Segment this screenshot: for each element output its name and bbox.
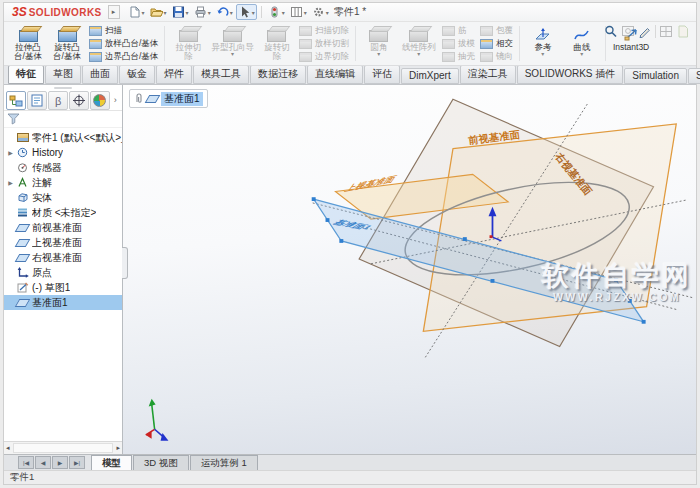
tree-item-annotations[interactable]: 注解 — [4, 175, 122, 190]
shell-button[interactable]: 抽壳 — [442, 51, 475, 62]
rib-button[interactable]: 筋 — [442, 25, 475, 36]
tab-simulation[interactable]: Simulation — [624, 68, 687, 84]
panel-horizontal-scrollbar[interactable] — [4, 441, 122, 454]
search-magnifier-icon[interactable] — [604, 25, 618, 38]
fillet-button[interactable]: 圆角 — [360, 23, 398, 64]
extrude-boss-button[interactable]: 拉伸凸 台/基体 — [9, 23, 47, 64]
tab-weldments[interactable]: 焊件 — [156, 65, 192, 84]
expander-icon[interactable] — [6, 149, 15, 156]
tab-sheet-metal[interactable]: 钣金 — [119, 65, 155, 84]
revolve-boss-button[interactable]: 旋转凸 台/基体 — [48, 23, 86, 64]
tree-item-sketch1[interactable]: (-) 草图1 — [4, 280, 122, 295]
intersect-button[interactable]: 相交 — [480, 38, 513, 49]
tab-model[interactable]: 模型 — [91, 455, 132, 470]
loft-cut-button[interactable]: 放样切割 — [299, 38, 349, 49]
loft-button[interactable]: 放样凸台/基体 — [89, 38, 158, 49]
preview-icon[interactable] — [621, 25, 635, 38]
tab-data-migration[interactable]: 数据迁移 — [250, 65, 306, 84]
first-tab-icon[interactable]: |◀ — [18, 456, 34, 469]
toolbar-expand-icon[interactable] — [108, 5, 120, 19]
tab-solidworks-mbd[interactable]: SOLIDWORKS MBD — [688, 68, 700, 84]
hole-wizard-button[interactable]: 异型孔向导 — [208, 23, 257, 64]
origin-icon — [15, 267, 30, 279]
features-ribbon: 拉伸凸 台/基体 旋转凸 台/基体 扫描 放样凸台/基体 边界凸台/基体 拉伸切… — [4, 22, 696, 66]
rib-icon — [442, 26, 455, 36]
loft-icon — [89, 39, 102, 49]
ribbon-right-tools — [604, 25, 690, 38]
filter-funnel-icon[interactable] — [7, 113, 21, 125]
boundary-cut-button[interactable]: 边界切除 — [299, 51, 349, 62]
wrap-stack: 包覆 相交 镜向 — [478, 23, 515, 64]
markup-pencil-icon[interactable] — [638, 25, 652, 38]
tab-configuration-manager[interactable]: β — [48, 91, 68, 110]
panel-tabs-overflow-icon[interactable] — [111, 95, 120, 105]
scroll-left-icon[interactable] — [4, 444, 12, 452]
scroll-right-icon[interactable] — [114, 444, 122, 452]
selection-breadcrumb[interactable]: 基准面1 — [129, 89, 208, 108]
tab-render-tools[interactable]: 渲染工具 — [460, 65, 516, 84]
next-tab-icon[interactable]: ▶ — [52, 456, 68, 469]
tab-features[interactable]: 特征 — [8, 65, 44, 84]
dimxpert-manager-icon — [72, 94, 86, 107]
select-button[interactable] — [236, 4, 257, 20]
wrap-button[interactable]: 包覆 — [480, 25, 513, 36]
document-icon[interactable] — [676, 25, 690, 38]
tree-root-part[interactable]: 零件1 (默认<<默认>_显示状态 — [4, 130, 122, 145]
tree-item-sensors[interactable]: 传感器 — [4, 160, 122, 175]
tree-item-material[interactable]: 材质 <未指定> — [4, 205, 122, 220]
tab-mold-tools[interactable]: 模具工具 — [193, 65, 249, 84]
boundary-icon — [89, 52, 102, 62]
undo-button[interactable] — [214, 4, 235, 20]
curves-button[interactable]: 曲线 — [563, 23, 601, 64]
tree-item-plane1[interactable]: 基准面1 — [4, 295, 122, 310]
linear-pattern-button[interactable]: 线性阵列 — [399, 23, 439, 64]
tree-item-origin[interactable]: 原点 — [4, 265, 122, 280]
view-columns-icon — [290, 6, 303, 18]
command-manager-tabs: 特征 草图 曲面 钣金 焊件 模具工具 数据迁移 直线编辑 评估 DimXper… — [4, 66, 696, 85]
tab-3d-views[interactable]: 3D 视图 — [133, 455, 189, 470]
grid-icon[interactable] — [659, 25, 673, 38]
tab-display-manager[interactable] — [90, 91, 110, 110]
mirror-button[interactable]: 镜向 — [480, 51, 513, 62]
extrude-cut-button[interactable]: 拉伸切 除 — [169, 23, 207, 64]
print-button[interactable] — [192, 4, 213, 20]
tab-feature-manager[interactable] — [6, 91, 26, 110]
tab-solidworks-addins[interactable]: SOLIDWORKS 插件 — [517, 65, 624, 84]
tab-surfaces[interactable]: 曲面 — [82, 65, 118, 84]
panel-splitter-handle[interactable] — [122, 247, 128, 279]
tree-item-front-plane[interactable]: 前视基准面 — [4, 220, 122, 235]
open-document-button[interactable] — [148, 4, 169, 20]
tree-item-top-plane[interactable]: 上视基准面 — [4, 235, 122, 250]
plane-icon — [15, 222, 30, 234]
sweep-cut-button[interactable]: 扫描切除 — [299, 25, 349, 36]
revolve-cut-button[interactable]: 旋转切 除 — [258, 23, 296, 64]
graphics-viewport[interactable]: 基准面1 软件自学网 WWW.RJZXW.COM — [123, 85, 696, 454]
save-button[interactable] — [170, 4, 191, 20]
boundary-button[interactable]: 边界凸台/基体 — [89, 51, 158, 62]
draft-button[interactable]: 拔模 — [442, 38, 475, 49]
display-settings-button[interactable] — [266, 4, 287, 20]
loft-cut-icon — [299, 39, 312, 49]
view-columns-button[interactable] — [288, 4, 309, 20]
previous-tab-icon[interactable]: ◀ — [35, 456, 51, 469]
tree-item-right-plane[interactable]: 右视基准面 — [4, 250, 122, 265]
tab-evaluate[interactable]: 评估 — [364, 65, 400, 84]
tab-sketch[interactable]: 草图 — [45, 65, 81, 84]
options-button[interactable] — [310, 4, 331, 20]
scrollbar-track[interactable] — [13, 443, 114, 453]
new-document-button[interactable] — [126, 4, 147, 20]
revolve-boss-icon — [58, 30, 77, 42]
tab-motion-study[interactable]: 运动算例 1 — [190, 455, 258, 470]
expander-icon[interactable] — [6, 179, 15, 186]
tab-direct-editing[interactable]: 直线编辑 — [307, 65, 363, 84]
tab-dimxpert[interactable]: DimXpert — [401, 68, 459, 84]
tab-dimxpert-manager[interactable] — [69, 91, 89, 110]
mirror-icon — [480, 52, 493, 62]
reference-geometry-button[interactable]: 参考 — [524, 23, 562, 64]
boundary-cut-icon — [299, 52, 312, 62]
tree-item-history[interactable]: History — [4, 145, 122, 160]
tab-property-manager[interactable] — [27, 91, 47, 110]
sweep-button[interactable]: 扫描 — [89, 25, 158, 36]
tree-item-solid-bodies[interactable]: 实体 — [4, 190, 122, 205]
last-tab-icon[interactable]: ▶| — [69, 456, 85, 469]
